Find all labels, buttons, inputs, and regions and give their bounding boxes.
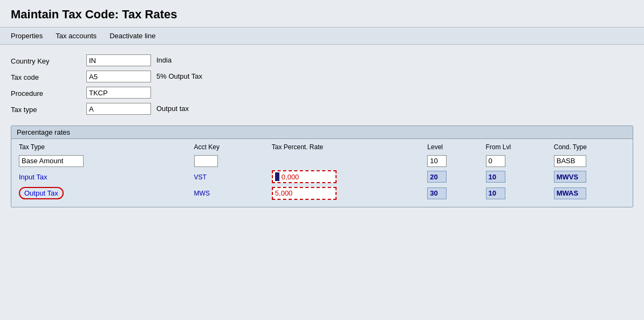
base-amount-rate	[269, 153, 424, 169]
procedure-value[interactable]: TKCP	[86, 87, 151, 99]
content-area: Country Key IN India Tax code A5 5% Outp…	[0, 45, 644, 213]
output-tax-rate-field[interactable]: 5,000	[272, 187, 337, 200]
menu-deactivate-line[interactable]: Deactivate line	[109, 31, 155, 41]
title-bar: Maintain Tax Code: Tax Rates	[0, 0, 644, 27]
base-amount-level: 10	[424, 153, 482, 169]
section-header: Percentage rates	[11, 126, 633, 139]
input-tax-cond-type: MWVS	[551, 169, 628, 185]
tax-code-value[interactable]: A5	[86, 71, 151, 82]
base-level-box[interactable]: 10	[427, 155, 447, 167]
base-amount-box[interactable]: Base Amount	[19, 155, 84, 167]
menu-tax-accounts[interactable]: Tax accounts	[56, 31, 97, 41]
col-tax-type: Tax Type	[16, 142, 191, 153]
base-cond-box[interactable]: BASB	[554, 155, 586, 167]
input-level-box[interactable]: 20	[427, 171, 447, 183]
cursor-icon	[275, 172, 279, 181]
percentage-rates-section: Percentage rates Tax Type Acct Key Tax P…	[11, 126, 633, 207]
table-row: Input Tax VST 0,000	[16, 169, 628, 185]
input-from-lvl-box[interactable]: 10	[486, 171, 505, 183]
table-header-row: Tax Type Acct Key Tax Percent. Rate Leve…	[16, 142, 628, 153]
base-amount-acct-key	[191, 153, 269, 169]
menu-properties[interactable]: Properties	[11, 31, 43, 41]
procedure-label: Procedure	[11, 87, 86, 100]
base-amount-tax-type: Base Amount	[16, 153, 191, 169]
input-cond-box[interactable]: MWVS	[554, 171, 586, 183]
country-key-value[interactable]: IN	[86, 54, 151, 66]
input-tax-rate-cell: 0,000	[269, 169, 424, 185]
input-acct-key: VST	[194, 173, 207, 181]
table-wrapper: Tax Type Acct Key Tax Percent. Rate Leve…	[11, 139, 633, 207]
rates-table: Tax Type Acct Key Tax Percent. Rate Leve…	[16, 142, 628, 201]
base-amount-cond-type: BASB	[551, 153, 628, 169]
input-tax-type-cell: Input Tax	[16, 169, 191, 185]
tax-code-name: 5% Output Tax	[151, 71, 259, 84]
input-tax-rate-field[interactable]: 0,000	[272, 170, 337, 183]
col-cond-type: Cond. Type	[551, 142, 628, 153]
output-tax-from-lvl: 10	[483, 185, 551, 201]
input-tax-from-lvl: 10	[483, 169, 551, 185]
page-title: Maintain Tax Code: Tax Rates	[11, 8, 633, 22]
output-from-lvl-box[interactable]: 10	[486, 187, 505, 199]
country-key-label: Country Key	[11, 54, 86, 67]
output-tax-acct-key: MWS	[191, 185, 269, 201]
form-fields: Country Key IN India Tax code A5 5% Outp…	[11, 54, 633, 116]
tax-code-label: Tax code	[11, 71, 86, 84]
output-acct-key: MWS	[194, 190, 210, 197]
output-cond-box[interactable]: MWAS	[554, 187, 586, 199]
output-tax-rate-cell: 5,000	[269, 185, 424, 201]
main-container: Maintain Tax Code: Tax Rates Properties …	[0, 0, 644, 320]
base-amount-from-lvl: 0	[483, 153, 551, 169]
col-from-lvl: From Lvl	[483, 142, 551, 153]
menu-bar: Properties Tax accounts Deactivate line	[0, 27, 644, 45]
output-tax-level: 30	[424, 185, 482, 201]
output-level-box[interactable]: 30	[427, 187, 447, 199]
input-tax-level: 20	[424, 169, 482, 185]
output-tax-link[interactable]: Output Tax	[19, 187, 64, 199]
tax-type-value[interactable]: A	[86, 103, 151, 115]
col-tax-percent-rate: Tax Percent. Rate	[269, 142, 424, 153]
base-from-lvl-box[interactable]: 0	[486, 155, 505, 167]
procedure-name	[151, 87, 259, 100]
table-row: Output Tax MWS 5,000	[16, 185, 628, 201]
base-acct-box[interactable]	[194, 155, 218, 167]
output-tax-type-cell: Output Tax	[16, 185, 191, 201]
table-row: Base Amount 10	[16, 153, 628, 169]
tax-type-name: Output tax	[151, 103, 259, 116]
output-tax-cond-type: MWAS	[551, 185, 628, 201]
tax-type-label: Tax type	[11, 103, 86, 116]
input-tax-link[interactable]: Input Tax	[19, 173, 47, 181]
input-tax-acct-key: VST	[191, 169, 269, 185]
country-key-name: India	[151, 54, 259, 67]
col-acct-key: Acct Key	[191, 142, 269, 153]
col-level: Level	[424, 142, 482, 153]
